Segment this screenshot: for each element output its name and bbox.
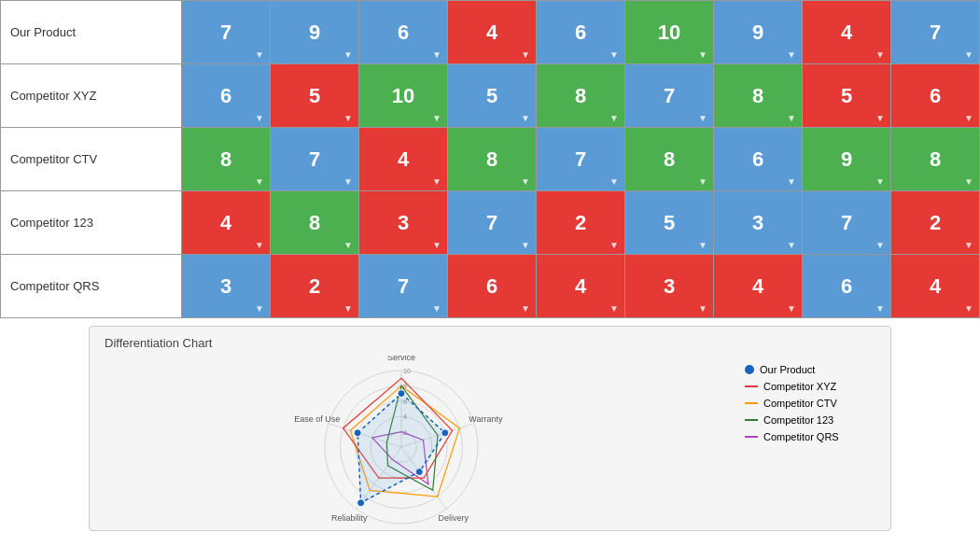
value-cell[interactable]: 7▼ xyxy=(182,1,271,64)
chevron-down-icon: ▼ xyxy=(255,303,264,314)
chart-legend: Our ProductCompetitor XYZCompetitor CTVC… xyxy=(745,336,875,521)
legend-item: Competitor QRS xyxy=(745,431,875,442)
value-cell[interactable]: 4▼ xyxy=(537,255,625,318)
value-cell[interactable]: 2▼ xyxy=(891,191,980,255)
legend-dot xyxy=(745,365,754,374)
chevron-down-icon: ▼ xyxy=(964,303,973,314)
value-cell[interactable]: 7▼ xyxy=(359,255,448,318)
chevron-down-icon: ▼ xyxy=(787,240,796,250)
value-cell[interactable]: 8▼ xyxy=(271,191,359,255)
value-cell[interactable]: 3▼ xyxy=(359,191,448,255)
value-cell[interactable]: 10▼ xyxy=(625,1,714,64)
value-cell[interactable]: 4▼ xyxy=(182,191,271,255)
value-cell[interactable]: 10▼ xyxy=(359,64,448,128)
value-cell[interactable]: 7▼ xyxy=(537,128,625,191)
svg-text:Delivery: Delivery xyxy=(439,513,469,523)
chevron-down-icon: ▼ xyxy=(698,49,707,60)
chevron-down-icon: ▼ xyxy=(432,113,441,123)
chevron-down-icon: ▼ xyxy=(964,49,973,60)
legend-line xyxy=(745,419,758,421)
value-cell[interactable]: 8▼ xyxy=(891,128,980,191)
value-cell[interactable]: 4▼ xyxy=(714,255,803,318)
legend-label: Competitor CTV xyxy=(763,398,837,409)
value-cell[interactable]: 8▼ xyxy=(537,64,625,128)
value-cell[interactable]: 4▼ xyxy=(448,1,537,64)
value-cell[interactable]: 5▼ xyxy=(271,64,359,128)
value-cell[interactable]: 7▼ xyxy=(271,128,359,191)
cell-value: 7 xyxy=(575,147,586,171)
table-section: Our Product7▼9▼6▼4▼6▼10▼9▼4▼7▼Competitor… xyxy=(0,0,980,318)
chevron-down-icon: ▼ xyxy=(875,113,885,123)
chart-section: Differentiation Chart 246810ServiceWarra… xyxy=(89,326,891,531)
chevron-down-icon: ▼ xyxy=(698,240,707,250)
cell-value: 7 xyxy=(664,84,675,107)
value-cell[interactable]: 3▼ xyxy=(625,255,714,318)
cell-value: 5 xyxy=(486,84,497,107)
value-cell[interactable]: 8▼ xyxy=(625,128,714,191)
chevron-down-icon: ▼ xyxy=(255,240,264,250)
cell-value: 3 xyxy=(664,274,675,298)
value-cell[interactable]: 6▼ xyxy=(448,255,537,318)
chevron-down-icon: ▼ xyxy=(787,176,796,187)
cell-value: 10 xyxy=(392,84,414,107)
value-cell[interactable]: 7▼ xyxy=(448,191,537,255)
chart-area: Differentiation Chart 246810ServiceWarra… xyxy=(105,336,726,521)
chevron-down-icon: ▼ xyxy=(432,49,441,60)
cell-value: 7 xyxy=(220,21,231,44)
legend-line xyxy=(745,385,758,387)
row-label: Competitor QRS xyxy=(1,255,182,318)
cell-value: 5 xyxy=(841,84,852,107)
chevron-down-icon: ▼ xyxy=(432,176,441,187)
chevron-down-icon: ▼ xyxy=(521,303,530,314)
value-cell[interactable]: 9▼ xyxy=(714,1,803,64)
chevron-down-icon: ▼ xyxy=(343,49,353,60)
cell-value: 4 xyxy=(575,274,586,298)
value-cell[interactable]: 6▼ xyxy=(803,255,891,318)
value-cell[interactable]: 9▼ xyxy=(271,1,359,64)
value-cell[interactable]: 8▼ xyxy=(714,64,803,128)
chart-title: Differentiation Chart xyxy=(105,336,726,350)
value-cell[interactable]: 5▼ xyxy=(448,64,537,128)
cell-value: 6 xyxy=(930,84,941,107)
svg-text:10: 10 xyxy=(403,368,411,374)
value-cell[interactable]: 8▼ xyxy=(182,128,271,191)
chevron-down-icon: ▼ xyxy=(964,113,973,123)
value-cell[interactable]: 3▼ xyxy=(182,255,271,318)
cell-value: 5 xyxy=(309,84,320,107)
svg-text:Reliability: Reliability xyxy=(331,513,368,523)
chevron-down-icon: ▼ xyxy=(255,113,264,123)
value-cell[interactable]: 7▼ xyxy=(803,191,891,255)
value-cell[interactable]: 5▼ xyxy=(803,64,891,128)
value-cell[interactable]: 4▼ xyxy=(359,128,448,191)
cell-value: 6 xyxy=(486,274,497,298)
cell-value: 2 xyxy=(930,211,941,234)
value-cell[interactable]: 7▼ xyxy=(625,64,714,128)
value-cell[interactable]: 6▼ xyxy=(359,1,448,64)
chevron-down-icon: ▼ xyxy=(609,113,619,123)
value-cell[interactable]: 4▼ xyxy=(891,255,980,318)
value-cell[interactable]: 2▼ xyxy=(271,255,359,318)
value-cell[interactable]: 8▼ xyxy=(448,128,537,191)
chevron-down-icon: ▼ xyxy=(964,176,973,187)
cell-value: 8 xyxy=(664,147,675,171)
value-cell[interactable]: 9▼ xyxy=(803,128,891,191)
value-cell[interactable]: 3▼ xyxy=(714,191,803,255)
svg-text:Service: Service xyxy=(387,356,415,362)
value-cell[interactable]: 6▼ xyxy=(182,64,271,128)
value-cell[interactable]: 5▼ xyxy=(625,191,714,255)
value-cell[interactable]: 6▼ xyxy=(714,128,803,191)
chevron-down-icon: ▼ xyxy=(787,113,796,123)
chevron-down-icon: ▼ xyxy=(343,240,353,250)
cell-value: 7 xyxy=(486,211,497,234)
chevron-down-icon: ▼ xyxy=(432,240,441,250)
value-cell[interactable]: 7▼ xyxy=(891,1,980,64)
cell-value: 2 xyxy=(309,274,320,298)
value-cell[interactable]: 2▼ xyxy=(537,191,625,255)
chevron-down-icon: ▼ xyxy=(609,303,619,314)
value-cell[interactable]: 6▼ xyxy=(891,64,980,128)
cell-value: 7 xyxy=(841,211,852,234)
value-cell[interactable]: 4▼ xyxy=(803,1,891,64)
svg-point-21 xyxy=(441,429,449,437)
value-cell[interactable]: 6▼ xyxy=(537,1,625,64)
legend-label: Competitor 123 xyxy=(763,414,833,426)
